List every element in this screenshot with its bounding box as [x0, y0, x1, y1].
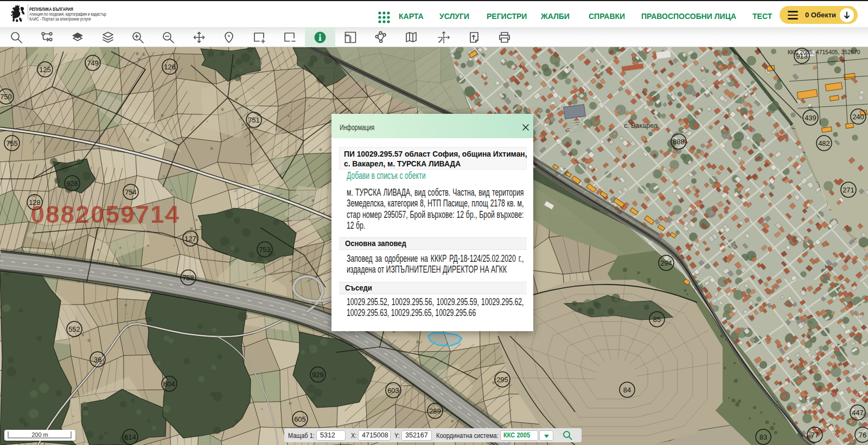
svg-text:604: 604: [163, 380, 175, 388]
svg-text:76: 76: [859, 431, 866, 439]
svg-text:271: 271: [843, 186, 854, 194]
svg-text:127: 127: [184, 235, 196, 243]
svg-text:605: 605: [294, 415, 306, 423]
svg-text:77: 77: [811, 431, 819, 439]
svg-text:482: 482: [818, 139, 830, 147]
svg-text:751: 751: [248, 116, 260, 124]
svg-text:603: 603: [387, 386, 399, 395]
svg-text:36: 36: [94, 356, 101, 364]
svg-text:240: 240: [852, 113, 864, 121]
svg-text:ККС 2005, 4715405, 352670: ККС 2005, 4715405, 352670: [788, 49, 860, 55]
svg-text:614: 614: [124, 433, 136, 441]
svg-text:с. Вакарел: с. Вакарел: [624, 122, 658, 130]
svg-text:928: 928: [66, 179, 78, 188]
svg-text:125: 125: [39, 66, 51, 74]
svg-text:755: 755: [6, 139, 18, 147]
svg-text:753: 753: [259, 246, 271, 254]
svg-text:929: 929: [312, 371, 324, 379]
svg-text:85: 85: [653, 315, 661, 324]
svg-text:83: 83: [760, 433, 767, 441]
svg-text:84: 84: [623, 386, 631, 394]
svg-text:754: 754: [125, 188, 137, 196]
svg-text:552: 552: [68, 325, 80, 333]
svg-text:750: 750: [0, 93, 12, 101]
svg-text:758: 758: [182, 274, 194, 282]
svg-text:447: 447: [852, 409, 864, 417]
svg-text:295: 295: [496, 376, 508, 384]
svg-text:0882059714: 0882059714: [31, 201, 180, 228]
svg-text:126: 126: [164, 63, 176, 71]
svg-text:439: 439: [805, 114, 816, 122]
svg-text:294: 294: [660, 259, 672, 267]
svg-text:289: 289: [429, 407, 441, 415]
svg-text:888: 888: [673, 138, 685, 146]
svg-text:749: 749: [87, 59, 99, 67]
